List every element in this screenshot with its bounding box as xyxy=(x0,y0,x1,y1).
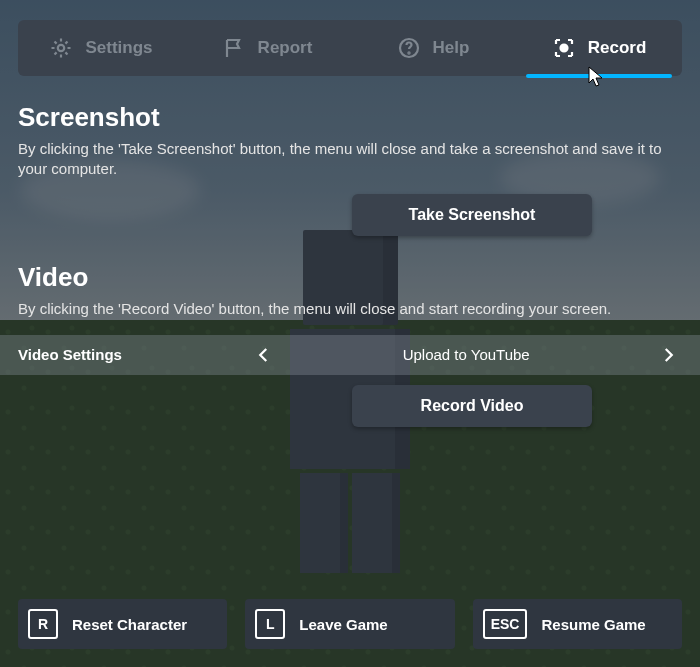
leave-game-button[interactable]: L Leave Game xyxy=(245,599,454,649)
button-label: Leave Game xyxy=(299,616,387,633)
svg-point-3 xyxy=(560,45,567,52)
bottom-bar: R Reset Character L Leave Game ESC Resum… xyxy=(18,599,682,649)
resume-game-button[interactable]: ESC Resume Game xyxy=(473,599,682,649)
tab-bar: Settings Report Help Record xyxy=(18,20,682,76)
button-label: Reset Character xyxy=(72,616,187,633)
key-hint: L xyxy=(255,609,285,639)
flag-icon xyxy=(222,36,246,60)
tab-label: Report xyxy=(258,38,313,58)
video-settings-row: Video Settings Upload to YouTube xyxy=(0,335,700,375)
video-section: Video By clicking the 'Record Video' but… xyxy=(18,262,682,427)
tab-report[interactable]: Report xyxy=(184,20,350,76)
tab-help[interactable]: Help xyxy=(350,20,516,76)
tab-record[interactable]: Record xyxy=(516,20,682,76)
record-icon xyxy=(552,36,576,60)
take-screenshot-button[interactable]: Take Screenshot xyxy=(352,194,592,236)
video-settings-value: Upload to YouTube xyxy=(403,346,530,363)
tab-label: Settings xyxy=(85,38,152,58)
screenshot-desc: By clicking the 'Take Screenshot' button… xyxy=(18,139,682,180)
video-settings-label: Video Settings xyxy=(18,346,250,363)
key-hint: R xyxy=(28,609,58,639)
screenshot-section: Screenshot By clicking the 'Take Screens… xyxy=(18,102,682,236)
video-settings-next[interactable] xyxy=(654,341,682,369)
video-desc: By clicking the 'Record Video' button, t… xyxy=(18,299,682,319)
help-icon xyxy=(397,36,421,60)
reset-character-button[interactable]: R Reset Character xyxy=(18,599,227,649)
tab-label: Record xyxy=(588,38,647,58)
button-label: Resume Game xyxy=(541,616,645,633)
video-settings-prev[interactable] xyxy=(250,341,278,369)
key-hint: ESC xyxy=(483,609,528,639)
video-title: Video xyxy=(18,262,682,293)
screenshot-title: Screenshot xyxy=(18,102,682,133)
tab-settings[interactable]: Settings xyxy=(18,20,184,76)
svg-point-2 xyxy=(408,52,409,53)
gear-icon xyxy=(49,36,73,60)
record-video-button[interactable]: Record Video xyxy=(352,385,592,427)
svg-point-0 xyxy=(58,45,64,51)
tab-label: Help xyxy=(433,38,470,58)
menu-panel: Settings Report Help Record Screenshot B… xyxy=(0,0,700,667)
